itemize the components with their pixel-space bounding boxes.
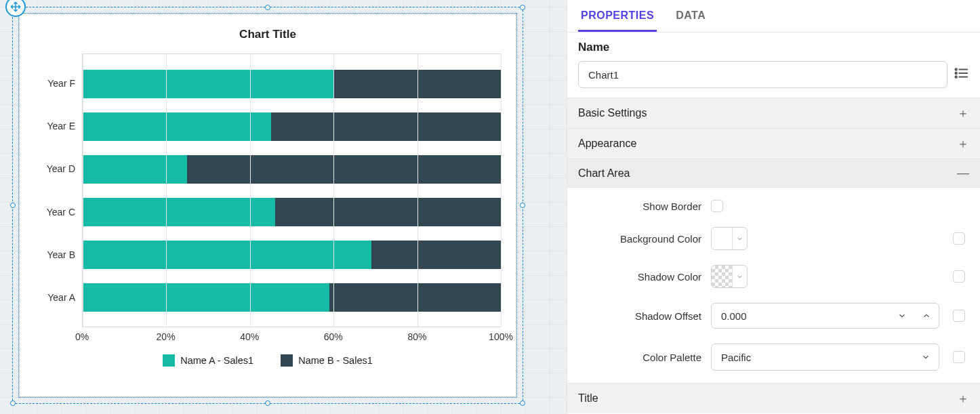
resize-handle-se[interactable] bbox=[520, 400, 525, 406]
shadow-offset-value: 0.000 bbox=[721, 310, 890, 322]
bar-row bbox=[83, 112, 501, 141]
chart-title: Chart Title bbox=[35, 28, 501, 41]
bar-row bbox=[83, 70, 501, 98]
bar-segment bbox=[329, 283, 501, 312]
accordion-label: Title bbox=[578, 392, 598, 405]
color-palette-select[interactable]: Pacific bbox=[711, 344, 939, 371]
y-axis-label: Year E bbox=[35, 108, 82, 144]
minus-icon: ― bbox=[957, 166, 969, 180]
y-axis-label: Year A bbox=[35, 279, 82, 316]
bar-segment bbox=[187, 155, 501, 184]
shadow-offset-stepper[interactable]: 0.000 bbox=[711, 303, 939, 329]
bar-segment bbox=[83, 198, 275, 226]
legend-swatch bbox=[281, 354, 293, 367]
x-axis-tick: 100% bbox=[489, 331, 513, 342]
list-icon[interactable] bbox=[953, 66, 969, 83]
svg-point-0 bbox=[955, 68, 957, 70]
plus-icon: ＋ bbox=[957, 105, 969, 121]
background-color-label: Background Color bbox=[573, 233, 701, 245]
y-axis-label: Year B bbox=[35, 236, 82, 273]
properties-panel: PROPERTIES DATA Name bbox=[567, 0, 980, 414]
svg-point-2 bbox=[955, 76, 957, 78]
reset-checkbox[interactable] bbox=[953, 351, 965, 363]
bar-segment bbox=[83, 283, 329, 312]
bar-segment bbox=[83, 241, 371, 269]
color-palette-value: Pacific bbox=[721, 352, 921, 363]
accordion-basic-settings[interactable]: Basic Settings＋ bbox=[567, 98, 980, 128]
chevron-down-icon bbox=[921, 352, 931, 362]
design-canvas[interactable]: Chart Title Year FYear EYear DYear CYear… bbox=[0, 0, 567, 414]
y-axis-label: Year D bbox=[35, 150, 82, 187]
legend-item: Name A - Sales1 bbox=[163, 354, 253, 367]
accordion-label: Basic Settings bbox=[578, 107, 647, 119]
plus-icon: ＋ bbox=[957, 136, 969, 152]
resize-handle-w[interactable] bbox=[10, 203, 16, 208]
resize-handle-sw[interactable] bbox=[10, 400, 16, 406]
resize-handle-n[interactable] bbox=[265, 5, 270, 10]
shadow-color-label: Shadow Color bbox=[573, 271, 701, 283]
name-label: Name bbox=[578, 41, 969, 54]
x-axis-tick: 20% bbox=[157, 331, 176, 342]
resize-handle-s[interactable] bbox=[265, 400, 270, 406]
chevron-down-icon bbox=[732, 228, 747, 249]
bar-segment bbox=[275, 198, 501, 226]
stepper-up[interactable] bbox=[914, 304, 939, 328]
accordion-chart-area[interactable]: Chart Area― bbox=[567, 159, 980, 187]
accordion-appearance[interactable]: Appearance＋ bbox=[567, 128, 980, 159]
bar-segment bbox=[371, 241, 501, 269]
bar-row bbox=[83, 155, 501, 184]
background-color-picker[interactable] bbox=[711, 227, 748, 250]
name-input[interactable] bbox=[578, 61, 947, 88]
accordion-title[interactable]: Title＋ bbox=[567, 383, 980, 413]
plus-icon: ＋ bbox=[957, 390, 969, 407]
chevron-down-icon bbox=[732, 266, 747, 287]
bar-segment bbox=[271, 112, 501, 141]
x-axis-tick: 40% bbox=[240, 331, 259, 342]
bar-segment bbox=[83, 70, 333, 98]
accordion-label: Appearance bbox=[578, 138, 636, 150]
shadow-offset-label: Shadow Offset bbox=[573, 310, 701, 322]
chart-widget[interactable]: Chart Title Year FYear EYear DYear CYear… bbox=[19, 14, 516, 397]
bar-row bbox=[83, 241, 501, 269]
reset-checkbox[interactable] bbox=[953, 310, 965, 322]
svg-point-1 bbox=[955, 73, 957, 75]
resize-handle-e[interactable] bbox=[520, 203, 525, 208]
shadow-color-picker[interactable] bbox=[711, 265, 748, 288]
y-axis-label: Year C bbox=[35, 194, 82, 230]
reset-checkbox[interactable] bbox=[953, 270, 965, 283]
bar-row bbox=[83, 198, 501, 226]
tab-properties[interactable]: PROPERTIES bbox=[578, 3, 657, 32]
selection-outline[interactable]: Chart Title Year FYear EYear DYear CYear… bbox=[12, 7, 523, 404]
tab-data[interactable]: DATA bbox=[673, 3, 708, 32]
x-axis-tick: 0% bbox=[75, 331, 89, 342]
resize-handle-ne[interactable] bbox=[520, 5, 525, 10]
legend-label: Name A - Sales1 bbox=[180, 355, 253, 366]
legend-label: Name B - Sales1 bbox=[298, 355, 373, 366]
legend-item: Name B - Sales1 bbox=[281, 354, 373, 367]
accordion-label: Chart Area bbox=[578, 167, 630, 180]
bar-segment bbox=[83, 112, 271, 141]
stepper-down[interactable] bbox=[890, 304, 914, 328]
chart-area-body: Show Border Background Color Shadow Colo… bbox=[567, 187, 980, 383]
y-axis-label: Year F bbox=[35, 65, 82, 102]
reset-checkbox[interactable] bbox=[953, 232, 965, 245]
color-palette-label: Color Palette bbox=[573, 352, 701, 363]
x-axis-tick: 80% bbox=[407, 331, 426, 342]
legend-swatch bbox=[163, 354, 175, 367]
x-axis-tick: 60% bbox=[324, 331, 343, 342]
bar-row bbox=[83, 283, 501, 312]
show-border-label: Show Border bbox=[573, 201, 701, 212]
bar-segment bbox=[83, 155, 187, 184]
show-border-checkbox[interactable] bbox=[711, 200, 723, 212]
